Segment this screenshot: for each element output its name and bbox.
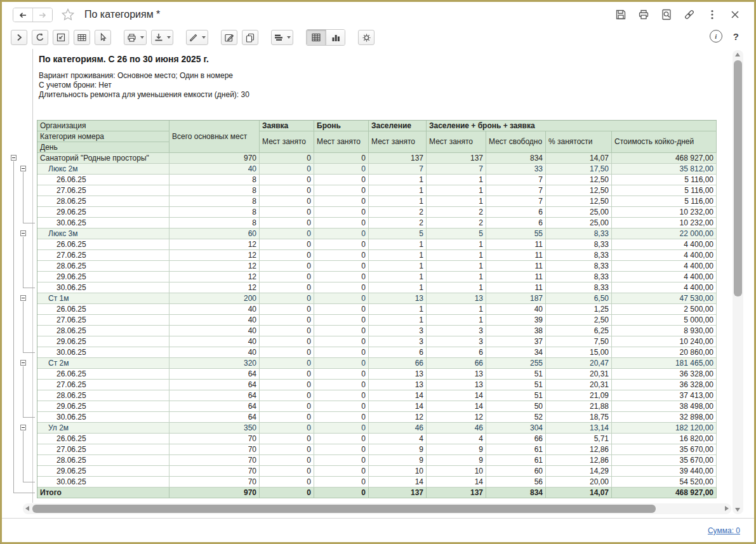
value-cell[interactable]: 0 [314,477,369,488]
value-cell[interactable]: 13,14 [546,423,612,434]
value-cell[interactable]: 51 [486,369,546,380]
value-cell[interactable]: 64 [169,412,260,423]
value-cell[interactable]: 0 [314,229,369,239]
horizontal-scrollbar-thumb[interactable] [32,505,656,513]
scroll-left-arrow[interactable] [25,506,29,511]
value-cell[interactable]: 14,07 [546,153,612,164]
value-cell[interactable]: 3 [427,326,486,336]
value-cell[interactable]: 0 [260,315,314,326]
value-cell[interactable]: 0 [260,336,314,347]
row-label-cell[interactable]: Ст 2м [37,358,169,369]
collapse-group-button[interactable] [20,295,26,301]
value-cell[interactable]: 70 [169,477,260,488]
value-cell[interactable]: 137 [427,153,486,164]
value-cell[interactable]: 14 [427,390,486,401]
value-cell[interactable]: 8 [169,218,260,229]
row-label-cell[interactable]: 29.06.25 [37,272,169,282]
value-cell[interactable]: 12,50 [546,175,612,185]
value-cell[interactable]: 13 [427,380,486,390]
settings-gear-button[interactable] [358,30,375,45]
value-cell[interactable]: 0 [260,207,314,218]
value-cell[interactable]: 11 [486,250,546,261]
value-cell[interactable]: 4 400,00 [612,239,717,250]
value-cell[interactable]: 304 [486,423,546,434]
value-cell[interactable]: 10 232,00 [612,218,717,229]
value-cell[interactable]: 2 [369,218,427,229]
value-cell[interactable]: 35 670,00 [612,455,717,466]
value-cell[interactable]: 0 [314,380,369,390]
value-cell[interactable]: 40 [169,304,260,315]
value-cell[interactable]: 320 [169,358,260,369]
value-cell[interactable]: 137 [369,153,427,164]
row-label-cell[interactable]: 30.06.25 [37,218,169,229]
row-label-cell[interactable]: Люкс 3м [37,229,169,239]
value-cell[interactable]: 12,50 [546,196,612,207]
save-export-dropdown-button[interactable] [151,30,173,45]
row-label-cell[interactable]: Ст 1м [37,293,169,304]
value-cell[interactable]: 137 [369,488,427,498]
scroll-up-arrow[interactable] [735,53,740,56]
value-cell[interactable]: 0 [260,282,314,293]
value-cell[interactable]: 137 [427,488,486,498]
value-cell[interactable]: 5 [369,229,427,239]
row-label-cell[interactable]: 28.06.25 [37,326,169,336]
table-view-toggle[interactable] [307,30,326,45]
value-cell[interactable]: 64 [169,380,260,390]
value-cell[interactable]: 40 [169,347,260,358]
row-label-cell[interactable]: 30.06.25 [37,282,169,293]
value-cell[interactable]: 0 [314,164,369,175]
value-cell[interactable]: 50 [486,401,546,412]
value-cell[interactable]: 8,33 [546,261,612,272]
value-cell[interactable]: 0 [260,455,314,466]
row-label-cell[interactable]: Люкс 2м [37,164,169,175]
value-cell[interactable]: 0 [260,444,314,455]
value-cell[interactable]: 7 [427,164,486,175]
value-cell[interactable]: 32 898,00 [612,412,717,423]
row-label-cell[interactable]: 28.06.25 [37,196,169,207]
value-cell[interactable]: 1 [427,185,486,196]
copy-button[interactable] [242,30,258,45]
value-cell[interactable]: 15,00 [546,347,612,358]
value-cell[interactable]: 1 [369,282,427,293]
row-label-cell[interactable]: 27.06.25 [37,444,169,455]
value-cell[interactable]: 1 [369,175,427,185]
value-cell[interactable]: 0 [314,207,369,218]
back-button[interactable] [13,8,32,22]
value-cell[interactable]: 2 [427,207,486,218]
value-cell[interactable]: 1 [427,261,486,272]
grouping-levels-dropdown-button[interactable] [271,30,293,45]
sum-link[interactable]: Сумма: 0 [708,526,740,535]
value-cell[interactable]: 22 000,00 [612,229,717,239]
value-cell[interactable]: 64 [169,369,260,380]
value-cell[interactable]: 10 [427,466,486,477]
vertical-scrollbar-thumb[interactable] [734,60,742,296]
value-cell[interactable]: 1 [369,185,427,196]
value-cell[interactable]: 0 [260,477,314,488]
value-cell[interactable]: 39 [486,315,546,326]
value-cell[interactable]: 12 [169,250,260,261]
value-cell[interactable]: 21,88 [546,401,612,412]
value-cell[interactable]: 64 [169,390,260,401]
column-group-request[interactable]: Заявка [260,121,314,131]
value-cell[interactable]: 1 [427,315,486,326]
info-icon[interactable]: i [710,30,722,43]
value-cell[interactable]: 5 [427,229,486,239]
value-cell[interactable]: 4 400,00 [612,272,717,282]
value-cell[interactable]: 18,75 [546,412,612,423]
value-cell[interactable]: 7 [486,185,546,196]
value-cell[interactable]: 20 860,00 [612,347,717,358]
value-cell[interactable]: 13 [369,293,427,304]
value-cell[interactable]: 6,25 [546,326,612,336]
row-label-cell[interactable]: 28.06.25 [37,455,169,466]
value-cell[interactable]: 64 [169,401,260,412]
value-cell[interactable]: 8 [169,196,260,207]
value-cell[interactable]: 7 [486,175,546,185]
value-cell[interactable]: 40 [486,304,546,315]
value-cell[interactable]: 38 [486,326,546,336]
column-header-day[interactable]: День [37,142,169,153]
value-cell[interactable]: 0 [314,293,369,304]
row-label-cell[interactable]: 26.06.25 [37,239,169,250]
value-cell[interactable]: 39 440,00 [612,466,717,477]
value-cell[interactable]: 60 [169,229,260,239]
column-header-occupied-3[interactable]: Мест занято [369,131,427,153]
